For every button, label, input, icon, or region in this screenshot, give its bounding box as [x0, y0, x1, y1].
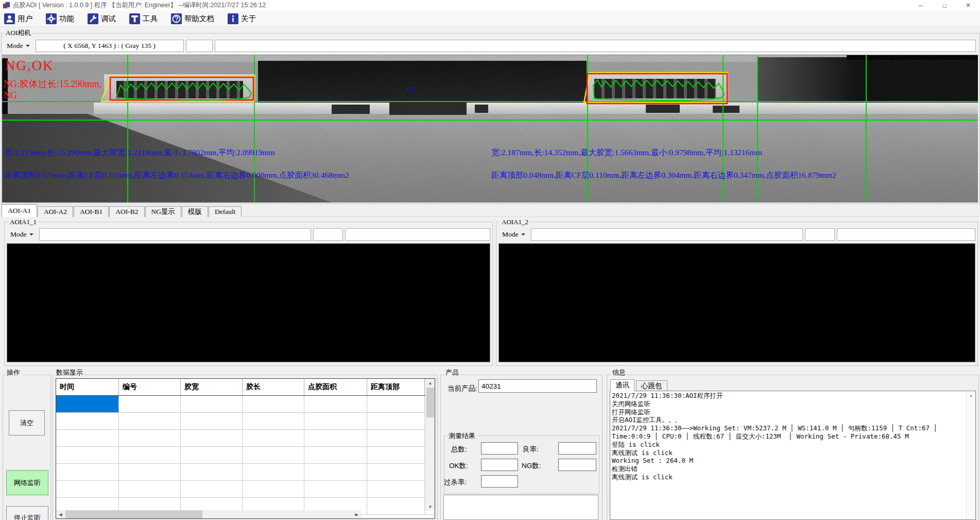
table-cell[interactable] [119, 464, 181, 480]
toolbar-button-user[interactable]: 用户 [4, 13, 32, 24]
overkill-rate-field[interactable] [481, 475, 518, 488]
minimize-button[interactable]: ─ [909, 0, 933, 11]
maximize-button[interactable]: □ [933, 0, 956, 11]
table-cell[interactable] [243, 464, 304, 480]
table-cell[interactable] [304, 413, 367, 429]
table-cell[interactable] [243, 413, 304, 429]
table-cell[interactable] [181, 430, 243, 446]
ng-count-field[interactable] [558, 459, 596, 471]
toolbar-button-about[interactable]: 关于 [228, 13, 256, 24]
tab-aoi-b2[interactable]: AOI-B2 [109, 206, 144, 217]
yield-rate-field[interactable] [558, 442, 596, 455]
current-product-input[interactable] [478, 379, 597, 393]
panel2-field-3[interactable] [837, 228, 976, 241]
ok-count-label: OK数: [449, 461, 468, 471]
panel1-field-3[interactable] [345, 228, 491, 241]
table-cell[interactable] [181, 447, 243, 463]
panel1-field-1[interactable] [39, 228, 311, 241]
scroll-up-icon[interactable]: ▲ [426, 379, 435, 387]
table-cell[interactable] [304, 464, 367, 480]
scroll-up-icon[interactable]: ▲ [967, 391, 975, 399]
panel1-image-view[interactable] [7, 243, 490, 362]
table-cell[interactable] [367, 498, 425, 514]
scroll-left-icon[interactable]: ◀ [56, 510, 65, 518]
column-header-glue-width[interactable]: 胶宽 [181, 379, 243, 395]
toolbar-button-debug[interactable]: 调试 [88, 13, 116, 24]
camera-image-view[interactable]: NG,OK NG:胶体过长:15.290mm, NG OK 宽:2.215mm,… [2, 55, 978, 203]
camera-field-3[interactable] [215, 40, 976, 52]
toolbar-button-function[interactable]: 功能 [46, 13, 74, 24]
table-cell[interactable] [181, 396, 243, 412]
table-cell[interactable] [56, 481, 119, 497]
network-listen-button[interactable]: 网络监听 [6, 470, 48, 495]
table-cell[interactable] [367, 430, 425, 446]
table-cell[interactable] [243, 481, 304, 497]
table-cell[interactable] [56, 413, 119, 429]
close-button[interactable]: ✕ [956, 0, 980, 11]
window-title: 点胶AOI [ Version : 1.0.0.9 ] 程序 【当前用户: En… [13, 1, 266, 10]
panel1-mode-dropdown[interactable]: Mode [7, 229, 37, 240]
table-cell-selected[interactable] [56, 396, 119, 412]
tab-heartbeat[interactable]: 心跳包 [636, 380, 667, 391]
table-cell[interactable] [56, 447, 119, 463]
panel2-image-view[interactable] [498, 243, 975, 362]
table-cell[interactable] [367, 396, 425, 412]
table-cell[interactable] [119, 481, 181, 497]
table-cell[interactable] [56, 430, 119, 446]
tab-communication[interactable]: 通讯 [610, 379, 634, 391]
communication-log[interactable]: 2021/7/29 11:36:30:AOI程序打开 关闭网络监听 打开网络监听… [610, 391, 976, 520]
scrollbar-thumb[interactable] [426, 388, 434, 417]
column-header-glue-area[interactable]: 点胶面积 [304, 379, 367, 395]
product-notes-box[interactable] [443, 495, 598, 520]
table-cell[interactable] [181, 413, 243, 429]
tab-aoi-a2[interactable]: AOI-A2 [38, 206, 73, 217]
table-cell[interactable] [304, 396, 367, 412]
column-header-top-distance[interactable]: 距离顶部 [367, 379, 425, 395]
panel2-field-1[interactable] [531, 228, 803, 241]
vertical-scrollbar[interactable]: ▲ ▼ [425, 379, 435, 511]
table-cell[interactable] [367, 464, 425, 480]
table-cell[interactable] [304, 481, 367, 497]
tab-default[interactable]: Default [209, 206, 242, 217]
scroll-down-icon[interactable]: ▼ [426, 502, 435, 511]
horizontal-scrollbar[interactable]: ◀ ▶ [56, 510, 361, 518]
table-cell[interactable] [119, 447, 181, 463]
table-cell[interactable] [243, 447, 304, 463]
panel1-field-2[interactable] [313, 228, 343, 241]
scrollbar-thumb[interactable] [65, 510, 202, 518]
tab-template[interactable]: 模版 [182, 206, 208, 217]
measure-group-label: 测量结果 [447, 431, 477, 441]
table-cell[interactable] [119, 396, 181, 412]
table-cell[interactable] [304, 430, 367, 446]
table-cell[interactable] [304, 447, 367, 463]
table-cell[interactable] [119, 413, 181, 429]
ok-count-field[interactable] [481, 459, 518, 471]
table-cell[interactable] [181, 481, 243, 497]
clear-button[interactable]: 清空 [9, 410, 45, 435]
table-cell[interactable] [119, 430, 181, 446]
tab-aoi-b1[interactable]: AOI-B1 [74, 206, 109, 217]
log-text: 2021/7/29 11:36:30:AOI程序打开 关闭网络监听 打开网络监听… [612, 392, 965, 481]
stop-listen-button[interactable]: 停止监听 [6, 506, 48, 520]
camera-field-2[interactable] [186, 40, 213, 52]
table-cell[interactable] [367, 413, 425, 429]
toolbar-button-tools[interactable]: 工具 [129, 13, 158, 24]
panel2-mode-dropdown[interactable]: Mode [498, 229, 529, 240]
scroll-right-icon[interactable]: ▶ [352, 510, 361, 518]
camera-mode-dropdown[interactable]: Mode [3, 41, 33, 51]
column-header-glue-length[interactable]: 胶长 [243, 379, 304, 395]
table-cell[interactable] [243, 430, 304, 446]
tab-ng-display[interactable]: NG显示 [145, 206, 182, 217]
table-cell[interactable] [243, 396, 304, 412]
table-cell[interactable] [56, 464, 119, 480]
column-header-id[interactable]: 编号 [119, 379, 181, 395]
tab-aoi-a1[interactable]: AOI-A1 [2, 204, 37, 217]
toolbar-button-help[interactable]: 帮助文档 [171, 13, 214, 24]
table-cell[interactable] [367, 447, 425, 463]
panel2-field-2[interactable] [805, 228, 835, 241]
table-cell[interactable] [181, 464, 243, 480]
table-cell[interactable] [367, 481, 425, 497]
column-header-time[interactable]: 时间 [56, 379, 119, 395]
total-count-field[interactable] [481, 442, 518, 455]
log-vertical-scrollbar[interactable]: ▲ [966, 391, 975, 519]
